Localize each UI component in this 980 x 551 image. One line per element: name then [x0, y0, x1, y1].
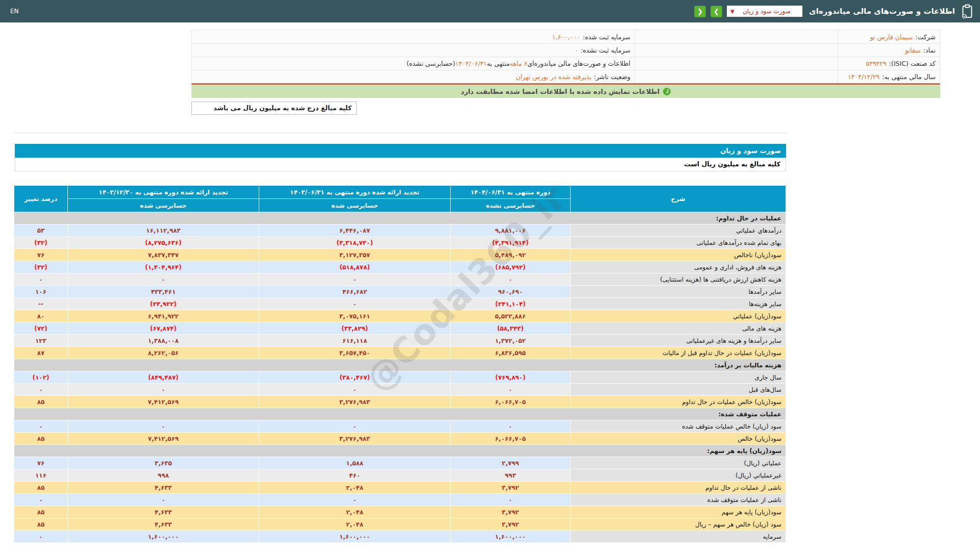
value-cell: (۵۸,۳۴۳): [451, 322, 570, 334]
value-cell: ۶,۴۴۶,۰۸۷: [259, 224, 450, 236]
row-description-cell: هزینه کاهش ارزش دریافتنی ها (هزینه استثن…: [571, 273, 786, 285]
value-cell: ۰: [68, 420, 259, 432]
table-row: سرمایه۱,۶۰۰,۰۰۰۱,۶۰۰,۰۰۰۱,۶۰۰,۰۰۰۰: [14, 531, 786, 542]
table-row: سود(زیان) پایه هر سهم:: [14, 445, 786, 457]
income-statement-table: شرح دوره منتهی به ۱۴۰۴/۰۶/۳۱ تجدید ارائه…: [14, 185, 786, 543]
row-description-cell: ناشی از عملیات در حال تداوم: [571, 482, 786, 493]
value-cell: ۳,۲۷۶,۹۸۳: [259, 433, 450, 444]
value-cell: (۸۴۹,۴۸۷): [68, 371, 259, 383]
value-cell: (۴,۳۹۱,۹۱۴): [451, 237, 570, 248]
row-description-cell: درآمدهاي عملياتي: [571, 224, 786, 236]
section-row-label: عملیات متوقف شده:: [14, 408, 786, 420]
table-row: سود (زیان) خالص عملیات متوقف شده۰۰۰۰: [14, 420, 786, 432]
value-cell: ۵,۵۲۲,۸۸۶: [451, 310, 570, 322]
isic-label: کد صنعت (ISIC):: [889, 60, 936, 67]
section-row-label: عملیات در حال تداوم:: [14, 212, 786, 224]
row-description-cell: بهای تمام شده درآمدهای عملیاتی: [571, 237, 786, 248]
percent-change-cell: ۸۷: [14, 347, 67, 359]
publisher-status-label: وضعیت ناشر:: [594, 73, 630, 81]
section-row-label: سود(زیان) پایه هر سهم:: [14, 445, 786, 457]
row-description-cell: سود (زیان) خالص عملیات متوقف شده: [571, 420, 786, 432]
statement-table-body: عملیات در حال تداوم:درآمدهاي عملياتي۹,۸۸…: [14, 212, 786, 542]
value-cell: ۱,۳۷۲,۰۵۲: [451, 335, 570, 346]
table-row: سایر هزینه‌ها(۲۴۱,۱۰۴)۰(۲۳,۹۲۲)--: [14, 298, 786, 310]
row-description-cell: سرمایه: [571, 531, 786, 542]
signature-match-text: اطلاعات نمایش داده شده با اطلاعات امضا ش…: [461, 88, 660, 95]
info-row-symbol: نماد: سفانو سرمایه ثبت نشده: ۰: [192, 43, 940, 57]
value-cell: ۴,۶۳۳: [68, 518, 259, 530]
company-label: شرکت:: [915, 33, 936, 41]
value-cell: ۶,۰۶۶,۷۰۵: [451, 396, 570, 408]
percent-change-cell: ۸۰: [14, 310, 67, 322]
percent-change-cell: (۳۲): [14, 261, 67, 273]
report-period-months: ۶ ماهه: [510, 60, 528, 67]
value-cell: ۱,۳۸۸,۰۰۸: [68, 335, 259, 346]
row-description-cell: سود(زیان) عملياتي: [571, 310, 786, 322]
next-statement-button[interactable]: ❯: [710, 6, 722, 17]
statement-type-dropdown[interactable]: صورت سود و زیان ▼: [727, 6, 802, 17]
table-row: هزینه کاهش ارزش دریافتنی ها (هزینه استثن…: [14, 273, 786, 285]
info-row-company: شرکت: سیمان فارس نو سرمایه ثبت شده: ۱,۶۰…: [192, 30, 940, 43]
header-current-period: دوره منتهی به ۱۴۰۴/۰۶/۳۱: [451, 186, 570, 198]
percent-change-cell: (۳۲): [14, 237, 67, 248]
header-description: شرح: [571, 186, 786, 212]
value-cell: (۲۳,۹۲۲): [68, 298, 259, 310]
percent-change-cell: ۱۰۶: [14, 286, 67, 297]
percent-change-cell: ۷۶: [14, 457, 67, 469]
percent-change-cell: ۸۵: [14, 433, 67, 444]
value-cell: ۶۱۶,۱۱۸: [259, 335, 450, 346]
report-period-audit-status: (حسابرسی نشده): [407, 60, 455, 67]
percent-change-cell: (۱۰۲): [14, 371, 67, 383]
language-toggle-en[interactable]: EN: [10, 8, 19, 15]
value-cell: ۳,۶۳۵: [68, 457, 259, 469]
value-cell: (۳۸۰,۴۶۷): [259, 371, 450, 383]
percent-change-cell: --: [14, 298, 67, 310]
percent-change-cell: ۰: [14, 273, 67, 285]
clipboard-icon: [962, 4, 973, 18]
table-row: هزینه مالیات بر درآمد:: [14, 359, 786, 371]
table-row: بهای تمام شده درآمدهای عملیاتی(۴,۳۹۱,۹۱۴…: [14, 237, 786, 248]
value-cell: (۳۳,۸۲۹): [259, 322, 450, 334]
value-cell: (۳,۳۱۸,۷۳۰): [259, 237, 450, 248]
value-cell: ۰: [259, 420, 450, 432]
header-restated-6m-period: تجدید ارائه شده دوره منتهی به ۱۴۰۳/۰۶/۳۱: [259, 186, 450, 198]
percent-change-cell: ۰: [14, 384, 67, 395]
fiscal-year-label: سال مالی منتهی به:: [882, 73, 936, 81]
unregistered-capital-label: سرمایه ثبت نشده:: [581, 46, 630, 54]
value-cell: (۵۱۸,۸۷۸): [259, 261, 450, 273]
value-cell: ۶,۰۶۶,۷۰۵: [451, 433, 570, 444]
statement-title-bar: صورت سود و زیان: [15, 144, 786, 158]
publisher-status-value: پذیرفته شده در بورس تهران: [516, 73, 591, 81]
value-cell: ۳,۱۲۷,۳۵۷: [259, 249, 450, 261]
row-description-cell: سایر درآمدها و هزینه های غیرعملیاتی: [571, 335, 786, 346]
value-cell: ۳,۶۵۷,۴۵۰: [259, 347, 450, 359]
header-percent-change: درصد تغییر: [14, 186, 67, 212]
value-cell: ۹۹۸: [68, 469, 259, 481]
table-row: ناشی از عملیات متوقف شده۰۰۰۰: [14, 494, 786, 506]
value-cell: ۸,۲۶۲,۰۵۶: [68, 347, 259, 359]
percent-change-cell: ۰: [14, 494, 67, 506]
row-description-cell: سایر درآمدها: [571, 286, 786, 297]
value-cell: ۶,۸۳۶,۵۹۵: [451, 347, 570, 359]
value-cell: ۰: [259, 298, 450, 310]
row-description-cell: سایر هزینه‌ها: [571, 298, 786, 310]
table-row: عملیاتي (ریال)۲,۷۹۹۱,۵۸۸۳,۶۳۵۷۶: [14, 457, 786, 469]
value-cell: ۷,۸۳۷,۳۴۷: [68, 249, 259, 261]
table-row: سال جاری(۷۶۹,۸۹۰)(۳۸۰,۴۶۷)(۸۴۹,۴۸۷)(۱۰۲): [14, 371, 786, 383]
value-cell: (۲۴۱,۱۰۴): [451, 298, 570, 310]
row-description-cell: سود(زیان) خالص عملیات در حال تداوم: [571, 396, 786, 408]
value-cell: ۰: [451, 420, 570, 432]
row-description-cell: سود(زیان) ناخالص: [571, 249, 786, 261]
chevron-down-icon: ▼: [730, 9, 734, 14]
statement-unit-note: کلیه مبالغ به میلیون ریال است: [15, 158, 786, 171]
row-description-cell: سود (زیان) خالص هر سهم – ریال: [571, 518, 786, 530]
value-cell: ۰: [259, 384, 450, 395]
previous-statement-button[interactable]: ❮: [694, 6, 706, 17]
header-current-audit: حسابرسی نشده: [451, 199, 570, 212]
company-info-table: شرکت: سیمان فارس نو سرمایه ثبت شده: ۱,۶۰…: [191, 30, 940, 85]
row-description-cell: سود(زیان) پایه هر سهم: [571, 506, 786, 518]
value-cell: ۹۶۰,۶۹۰: [451, 286, 570, 297]
value-cell: ۰: [259, 273, 450, 285]
value-cell: ۱,۶۰۰,۰۰۰: [68, 531, 259, 542]
percent-change-cell: (۷۲): [14, 322, 67, 334]
